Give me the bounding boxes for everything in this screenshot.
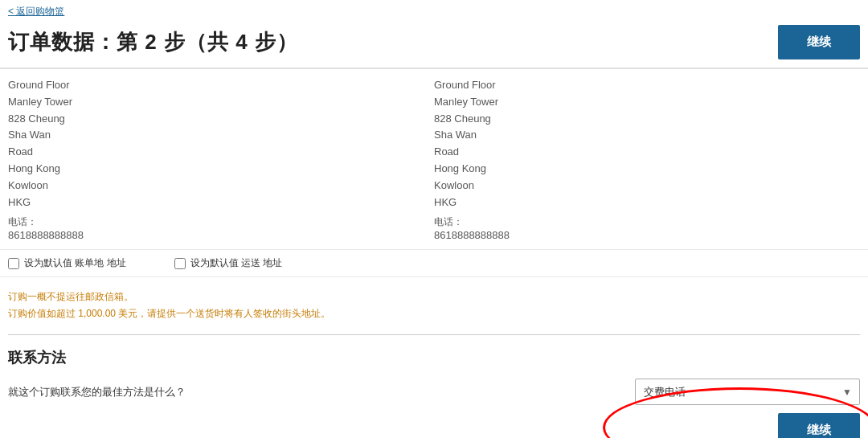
checkbox-area: 设为默认值 账单地 地址 设为默认值 运送 地址 xyxy=(0,249,868,277)
addr2-line6: Hong Kong xyxy=(434,161,844,178)
contact-question-label: 就这个订购联系您的最佳方法是什么？ xyxy=(8,385,186,399)
bottom-btn-area: 继续 xyxy=(0,405,868,438)
addr1-line4: Sha Wan xyxy=(8,127,418,144)
addr2-phone-num: 8618888888888 xyxy=(434,229,844,241)
warning-line-1: 订购一概不提运往邮政信箱。 xyxy=(8,289,860,305)
addr1-line2: Manley Tower xyxy=(8,94,418,111)
addr1-line8: HKG xyxy=(8,194,418,211)
addr2-line3: 828 Cheung xyxy=(434,111,844,128)
addr1-phone-block: 电话： 8618888888888 xyxy=(8,215,418,241)
page-title: 订单数据：第 2 步（共 4 步） xyxy=(8,28,298,56)
addr2-line2: Manley Tower xyxy=(434,94,844,111)
contact-select-wrapper: 交费电话 电子邮件 手机 ▼ xyxy=(635,379,860,405)
contact-row: 就这个订购联系您的最佳方法是什么？ 交费电话 电子邮件 手机 ▼ xyxy=(0,370,868,405)
addr1-line3: 828 Cheung xyxy=(8,111,418,128)
contact-method-select[interactable]: 交费电话 电子邮件 手机 xyxy=(635,379,860,405)
checkbox-default-billing[interactable]: 设为默认值 账单地 地址 xyxy=(8,256,126,270)
address-col-billing: Ground Floor Manley Tower 828 Cheung Sha… xyxy=(8,77,434,241)
contact-section-title: 联系方法 xyxy=(0,342,868,370)
addr2-line5: Road xyxy=(434,144,844,161)
checkbox-default-shipping[interactable]: 设为默认值 运送 地址 xyxy=(174,256,283,270)
checkbox-default-shipping-input[interactable] xyxy=(174,258,186,269)
checkbox-default-shipping-label: 设为默认值 运送 地址 xyxy=(190,256,283,270)
warning-area: 订购一概不提运往邮政信箱。 订购价值如超过 1,000.00 美元，请提供一个送… xyxy=(0,284,868,326)
addr2-line1: Ground Floor xyxy=(434,77,844,94)
addr1-line1: Ground Floor xyxy=(8,77,418,94)
addr1-line5: Road xyxy=(8,144,418,161)
continue-button-top[interactable]: 继续 xyxy=(778,25,860,59)
addr2-line8: HKG xyxy=(434,194,844,211)
section-divider xyxy=(8,334,860,335)
addr2-line4: Sha Wan xyxy=(434,127,844,144)
checkbox-default-billing-label: 设为默认值 账单地 地址 xyxy=(24,256,126,270)
addr1-phone-num: 8618888888888 xyxy=(8,229,418,241)
address-section: Ground Floor Manley Tower 828 Cheung Sha… xyxy=(0,77,868,249)
addr1-line7: Kowloon xyxy=(8,178,418,194)
continue-button-bottom[interactable]: 继续 xyxy=(778,413,860,438)
address-col-shipping: Ground Floor Manley Tower 828 Cheung Sha… xyxy=(434,77,860,241)
header-bar: 订单数据：第 2 步（共 4 步） 继续 xyxy=(0,20,868,69)
back-to-cart-link[interactable]: < 返回购物篮 xyxy=(0,0,72,20)
addr2-phone-label: 电话： xyxy=(434,215,844,229)
checkbox-default-billing-input[interactable] xyxy=(8,258,19,269)
addr2-phone-block: 电话： 8618888888888 xyxy=(434,215,844,241)
warning-line-2: 订购价值如超过 1,000.00 美元，请提供一个送货时将有人签收的街头地址。 xyxy=(8,305,860,321)
addr1-phone-label: 电话： xyxy=(8,215,418,229)
addr2-line7: Kowloon xyxy=(434,178,844,194)
addr1-line6: Hong Kong xyxy=(8,161,418,178)
